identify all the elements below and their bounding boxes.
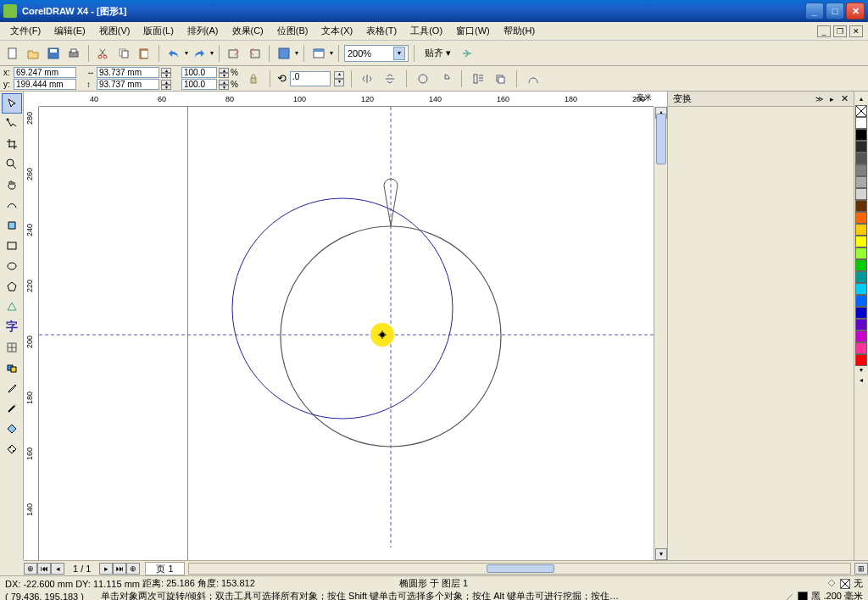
outline-tool[interactable]	[2, 398, 22, 419]
docker-close-icon[interactable]: ✕	[841, 93, 849, 104]
freehand-tool[interactable]	[2, 195, 22, 215]
add-page-after-button[interactable]: ⊕	[126, 563, 140, 575]
ellipse-tool[interactable]	[2, 256, 22, 276]
basic-shapes-tool[interactable]	[2, 297, 22, 317]
print-button[interactable]	[64, 44, 83, 63]
ellipse-mode-button[interactable]	[414, 69, 432, 88]
swatch[interactable]	[855, 295, 867, 307]
pick-tool[interactable]	[2, 93, 22, 114]
welcome-button[interactable]	[309, 44, 328, 63]
to-front-button[interactable]	[491, 69, 509, 88]
paste-button[interactable]	[135, 44, 153, 63]
height-input[interactable]: 93.737 mm	[97, 79, 159, 90]
fill-tool[interactable]	[2, 419, 22, 439]
swatch[interactable]	[855, 354, 867, 366]
palette-flyout-icon[interactable]: ◂	[860, 376, 863, 384]
import-button[interactable]	[225, 44, 243, 63]
swatch[interactable]	[855, 331, 867, 342]
swatch[interactable]	[855, 342, 867, 354]
swatch[interactable]	[855, 188, 867, 200]
shape-tool[interactable]	[2, 114, 22, 134]
minimize-button[interactable]: _	[805, 3, 824, 19]
export-button[interactable]	[245, 44, 264, 63]
mirror-v-button[interactable]	[381, 69, 399, 88]
pos-x-input[interactable]: 69.247 mm	[14, 67, 76, 78]
docker-menu-icon[interactable]: ▸	[830, 95, 834, 103]
rotation-input[interactable]: .0	[290, 71, 331, 86]
swatch[interactable]	[855, 247, 867, 259]
rectangle-tool[interactable]	[2, 236, 22, 256]
add-page-button[interactable]: ⊕	[24, 563, 37, 575]
menu-help[interactable]: 帮助(H)	[498, 23, 540, 39]
menu-text[interactable]: 文本(X)	[316, 23, 358, 39]
vertical-ruler[interactable]: 280260240220200180160140	[24, 107, 39, 560]
swatch[interactable]	[855, 307, 867, 319]
palette-down-icon[interactable]: ▾	[860, 366, 863, 376]
horizontal-scrollbar[interactable]	[188, 563, 851, 575]
swatch[interactable]	[855, 200, 867, 212]
smart-fill-tool[interactable]	[2, 215, 22, 236]
page-tab[interactable]: 页 1	[145, 562, 184, 575]
mdi-minimize-button[interactable]: _	[817, 25, 831, 37]
last-page-button[interactable]: ⏭	[113, 563, 126, 575]
menu-tools[interactable]: 工具(O)	[405, 23, 448, 39]
open-button[interactable]	[24, 44, 42, 63]
zoom-select[interactable]: 200%▾	[344, 45, 409, 62]
swatch[interactable]	[855, 283, 867, 295]
first-page-button[interactable]: ⏮	[37, 563, 51, 575]
new-button[interactable]	[3, 44, 22, 63]
undo-button[interactable]	[164, 44, 183, 63]
scale-x-input[interactable]: 100.0	[181, 67, 217, 78]
zoom-tool[interactable]	[2, 154, 22, 175]
swatch[interactable]	[855, 212, 867, 224]
menu-arrange[interactable]: 排列(A)	[182, 23, 224, 39]
redo-button[interactable]	[190, 44, 209, 63]
swatch[interactable]	[855, 236, 867, 247]
drawing-canvas[interactable]	[39, 107, 654, 560]
menu-layout[interactable]: 版面(L)	[138, 23, 178, 39]
swatch[interactable]	[855, 141, 867, 153]
mirror-h-button[interactable]	[359, 69, 377, 88]
swatch[interactable]	[855, 259, 867, 271]
mdi-restore-button[interactable]: ❐	[833, 25, 847, 37]
cut-button[interactable]	[94, 44, 113, 63]
swatch-none[interactable]	[855, 105, 867, 117]
swatch[interactable]	[855, 153, 867, 164]
swatch[interactable]	[855, 129, 867, 141]
prev-page-button[interactable]: ◂	[51, 563, 64, 575]
width-input[interactable]: 93.737 mm	[97, 67, 159, 78]
wrap-text-button[interactable]	[469, 69, 487, 88]
horizontal-ruler[interactable]: 40 60 80 100 120 140 160 180 200	[39, 92, 654, 107]
pos-y-input[interactable]: 199.444 mm	[14, 79, 76, 90]
vertical-scrollbar[interactable]: ▴ ▾	[654, 107, 667, 560]
polygon-tool[interactable]	[2, 276, 22, 297]
mdi-close-button[interactable]: ✕	[849, 25, 863, 37]
view-navigator-button[interactable]: ⊞	[854, 563, 868, 575]
palette-up-icon[interactable]: ▴	[860, 95, 863, 105]
app-launcher-button[interactable]	[275, 44, 293, 63]
maximize-button[interactable]: □	[826, 3, 844, 19]
save-button[interactable]	[44, 44, 63, 63]
scale-y-input[interactable]: 100.0	[181, 79, 217, 90]
options-button[interactable]	[458, 44, 476, 63]
interactive-tool[interactable]	[2, 358, 22, 378]
menu-effects[interactable]: 效果(C)	[227, 23, 269, 39]
menu-bitmaps[interactable]: 位图(B)	[272, 23, 314, 39]
convert-curves-button[interactable]	[524, 69, 542, 88]
pan-tool[interactable]	[2, 175, 22, 195]
eyedropper-tool[interactable]	[2, 378, 22, 398]
swatch[interactable]	[855, 164, 867, 176]
docker-expand-icon[interactable]: ≫	[815, 95, 823, 103]
swatch[interactable]	[855, 176, 867, 188]
swatch[interactable]	[855, 319, 867, 331]
close-button[interactable]: ✕	[846, 3, 865, 19]
crop-tool[interactable]	[2, 134, 22, 154]
interactive-fill-tool[interactable]	[2, 439, 22, 459]
menu-table[interactable]: 表格(T)	[361, 23, 402, 39]
table-tool[interactable]	[2, 337, 22, 358]
copy-button[interactable]	[114, 44, 133, 63]
menu-view[interactable]: 视图(V)	[94, 23, 136, 39]
text-tool[interactable]: 字	[2, 317, 22, 337]
fill-indicator[interactable]	[840, 579, 850, 589]
menu-window[interactable]: 窗口(W)	[451, 23, 495, 39]
